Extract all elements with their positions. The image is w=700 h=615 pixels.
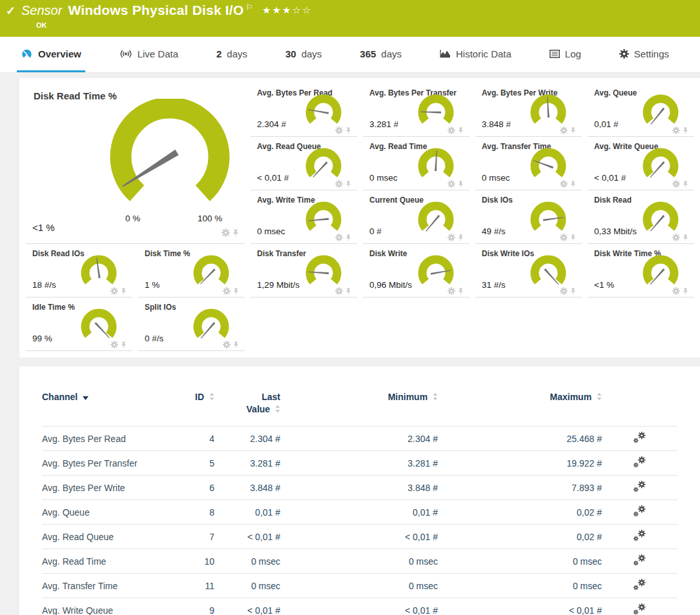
- settings-icon[interactable]: [335, 287, 343, 295]
- sort-updown-icon[interactable]: [597, 393, 602, 400]
- settings-icon[interactable]: [560, 126, 568, 134]
- channel-settings-gears-icon[interactable]: [632, 554, 647, 567]
- sensor-status-badge: OK: [36, 21, 47, 29]
- pin-icon[interactable]: [120, 288, 127, 295]
- pin-icon[interactable]: [570, 127, 577, 134]
- tab-2-days[interactable]: 2days: [212, 37, 251, 72]
- settings-icon[interactable]: [672, 126, 680, 134]
- table-row: Avg. Write Queue9< 0,01 #< 0,01 #< 0,01 …: [42, 598, 677, 615]
- channel-name: Avg. Read Queue: [42, 525, 181, 549]
- tab-settings[interactable]: Settings: [615, 37, 673, 72]
- flag-icon[interactable]: ⚐: [245, 3, 253, 12]
- gauge-value: 0,96 Mbit/s: [369, 280, 412, 290]
- table-row: Avg. Bytes Per Read42.304 #2.304 #25.468…: [42, 427, 677, 451]
- channel-settings-gears-icon[interactable]: [632, 480, 647, 493]
- channel-settings-gears-icon[interactable]: [632, 431, 647, 444]
- channel-id: 5: [181, 451, 214, 476]
- channels-table: Channel ID LastValue Minimum Maximum Avg…: [42, 388, 677, 615]
- gauge-disk-ios: Disk IOs49 #/s: [475, 190, 582, 244]
- settings-icon[interactable]: [560, 234, 568, 241]
- channel-id: 8: [181, 500, 214, 525]
- main-content: Disk Read Time % 0 % 100 % <1 % Avg. Byt…: [0, 73, 700, 615]
- column-header-last-value[interactable]: LastValue: [214, 388, 280, 427]
- sort-updown-icon[interactable]: [275, 405, 280, 412]
- pin-icon[interactable]: [232, 288, 240, 295]
- settings-icon[interactable]: [335, 234, 343, 241]
- gauge-value: 0 #: [369, 227, 382, 236]
- tab-log[interactable]: Log: [546, 37, 585, 72]
- sort-updown-icon[interactable]: [209, 393, 214, 400]
- column-header-maximum[interactable]: Maximum: [438, 388, 602, 427]
- channel-last-value: < 0,01 #: [214, 525, 280, 549]
- tab-label: days: [227, 48, 247, 59]
- sort-updown-icon[interactable]: [433, 393, 438, 400]
- channel-settings-gears-icon[interactable]: [632, 505, 647, 518]
- channel-minimum: 2.304 #: [280, 427, 438, 451]
- settings-icon[interactable]: [672, 234, 680, 241]
- settings-icon[interactable]: [223, 287, 231, 295]
- tab-live-data[interactable]: Live Data: [116, 37, 182, 72]
- settings-icon[interactable]: [223, 341, 231, 348]
- gauge-icon: [21, 48, 33, 59]
- column-header-minimum[interactable]: Minimum: [280, 388, 438, 427]
- channel-maximum: 0,02 #: [438, 525, 602, 549]
- gauges-panel: Disk Read Time % 0 % 100 % <1 % Avg. Byt…: [19, 78, 700, 358]
- pin-icon[interactable]: [682, 288, 689, 295]
- tab-365-days[interactable]: 365days: [356, 37, 406, 72]
- settings-icon[interactable]: [672, 287, 680, 295]
- table-row: Avg. Bytes Per Write63.848 #3.848 #7.893…: [42, 476, 677, 500]
- channel-name: Avg. Transfer Time: [42, 574, 181, 598]
- pin-icon[interactable]: [345, 234, 352, 241]
- settings-icon[interactable]: [448, 180, 455, 188]
- settings-icon[interactable]: [448, 287, 455, 295]
- tab-number: 30: [285, 48, 296, 59]
- settings-icon[interactable]: [448, 126, 455, 134]
- pin-icon[interactable]: [570, 288, 577, 295]
- channel-settings-gears-icon[interactable]: [632, 529, 647, 542]
- pin-icon[interactable]: [345, 127, 352, 134]
- pin-icon[interactable]: [682, 181, 689, 188]
- column-header-id[interactable]: ID: [181, 388, 214, 427]
- settings-icon[interactable]: [221, 228, 230, 239]
- pin-icon[interactable]: [457, 181, 464, 188]
- channel-settings-gears-icon[interactable]: [632, 603, 647, 615]
- settings-icon[interactable]: [335, 180, 343, 188]
- gauge-avg-bytes-per-transfer: Avg. Bytes Per Transfer3.281 #: [363, 83, 469, 137]
- column-header-channel[interactable]: Channel: [42, 388, 181, 427]
- channel-id: 11: [181, 574, 214, 598]
- settings-icon[interactable]: [110, 287, 118, 295]
- pin-icon[interactable]: [570, 234, 577, 241]
- gauge-value: 49 #/s: [482, 227, 506, 236]
- gauge-disk-write-time: Disk Write Time %<1 %: [588, 244, 694, 297]
- pin-icon[interactable]: [232, 341, 240, 348]
- channel-id: 9: [181, 598, 214, 615]
- sensor-title: Windows Physical Disk I/O: [68, 3, 243, 18]
- caret-down-icon[interactable]: [83, 396, 88, 400]
- pin-icon[interactable]: [345, 181, 352, 188]
- pin-icon[interactable]: [457, 127, 464, 134]
- pin-icon[interactable]: [570, 181, 577, 188]
- pin-icon[interactable]: [457, 234, 464, 241]
- settings-icon[interactable]: [110, 341, 118, 348]
- channel-settings-gears-icon[interactable]: [632, 456, 647, 469]
- settings-icon[interactable]: [560, 180, 568, 188]
- settings-icon[interactable]: [560, 287, 568, 295]
- settings-icon[interactable]: [335, 126, 343, 134]
- pin-icon[interactable]: [682, 127, 689, 134]
- pin-icon[interactable]: [120, 341, 127, 348]
- channel-settings-gears-icon[interactable]: [632, 578, 647, 591]
- tab-overview[interactable]: Overview: [17, 37, 85, 72]
- priority-stars[interactable]: ★★★☆☆: [262, 5, 312, 16]
- channel-minimum: < 0,01 #: [280, 525, 438, 549]
- channel-id: 6: [181, 476, 214, 500]
- gauge-avg-bytes-per-read: Avg. Bytes Per Read2.304 #: [251, 83, 357, 137]
- pin-icon[interactable]: [232, 228, 240, 239]
- settings-icon[interactable]: [448, 234, 455, 241]
- pin-icon[interactable]: [345, 288, 352, 295]
- tab-number: 2: [216, 48, 221, 59]
- tab-historic-data[interactable]: Historic Data: [436, 37, 515, 72]
- settings-icon[interactable]: [672, 180, 680, 188]
- pin-icon[interactable]: [682, 234, 689, 241]
- pin-icon[interactable]: [457, 288, 464, 295]
- tab-30-days[interactable]: 30days: [282, 37, 325, 72]
